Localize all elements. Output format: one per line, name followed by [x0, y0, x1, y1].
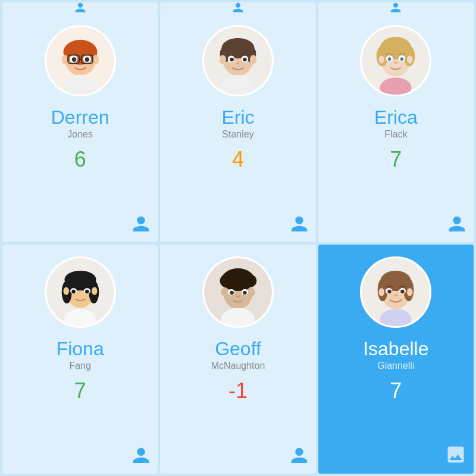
last-name-fiona: Fang — [69, 361, 90, 371]
svg-point-22 — [230, 58, 234, 62]
svg-point-64 — [230, 291, 234, 295]
svg-point-34 — [388, 57, 392, 61]
person-icon-svg-erica — [447, 215, 466, 234]
photo-icon-isabelle — [445, 444, 466, 465]
avatar-image-eric — [204, 27, 272, 95]
first-name-erica: Erica — [374, 107, 418, 128]
first-name-isabelle: Isabelle — [363, 339, 428, 359]
person-icon-geoff — [290, 446, 309, 468]
score-eric: 4 — [232, 147, 244, 172]
svg-point-8 — [84, 57, 89, 62]
avatar-image-isabelle — [362, 258, 430, 326]
avatar-geoff — [202, 256, 274, 328]
svg-point-58 — [226, 278, 237, 290]
score-fiona: 7 — [74, 378, 86, 403]
svg-point-60 — [221, 288, 227, 296]
avatar-derren — [45, 25, 116, 96]
svg-point-65 — [243, 291, 247, 295]
avatar-image-derren — [46, 27, 114, 95]
card-geoff[interactable]: Geoff McNaughton -1 — [160, 245, 315, 474]
person-icon-erica — [447, 215, 466, 236]
svg-point-31 — [407, 55, 413, 63]
avatar-image-erica — [362, 27, 430, 95]
last-name-geoff: McNaughton — [211, 361, 265, 371]
card-fiona[interactable]: Fiona Fang 7 — [2, 245, 158, 474]
person-icon-derren — [131, 215, 151, 236]
person-icon-svg-derren — [131, 215, 151, 234]
first-name-eric: Eric — [221, 107, 254, 128]
svg-point-77 — [400, 290, 405, 294]
svg-point-72 — [379, 288, 385, 296]
person-icon-svg-fiona — [131, 446, 151, 465]
person-icon-svg-geoff — [290, 446, 309, 465]
last-name-erica: Flack — [384, 129, 407, 140]
card-derren[interactable]: Derren Jones 6 — [2, 13, 158, 242]
svg-point-45 — [92, 287, 98, 295]
score-erica: 7 — [390, 147, 402, 172]
svg-point-76 — [388, 290, 392, 294]
avatar-image-fiona — [46, 258, 114, 326]
avatar-fiona — [45, 256, 116, 328]
first-name-geoff: Geoff — [215, 339, 261, 359]
svg-point-7 — [71, 57, 76, 62]
person-icon-fiona — [131, 446, 151, 468]
person-icon-isabelle — [445, 444, 466, 468]
card-erica[interactable]: Erica Flack 7 — [318, 13, 474, 242]
avatar-image-geoff — [204, 258, 272, 326]
svg-point-18 — [220, 55, 226, 64]
person-icon-svg-eric — [290, 215, 309, 234]
avatar-isabelle — [360, 256, 431, 328]
card-isabelle[interactable]: Isabelle Giannelli 7 — [318, 245, 474, 474]
page-wrapper: Derren Jones 6 — [0, 0, 476, 476]
last-name-derren: Jones — [67, 129, 93, 140]
first-name-derren: Derren — [51, 107, 109, 128]
score-isabelle: 7 — [390, 378, 402, 403]
avatar-eric — [202, 25, 274, 96]
last-name-eric: Stanley — [222, 129, 253, 140]
card-eric[interactable]: Eric Stanley 4 — [160, 13, 315, 242]
avatar-erica — [360, 25, 431, 96]
svg-point-49 — [85, 290, 89, 294]
svg-point-19 — [250, 55, 256, 64]
svg-point-59 — [239, 278, 250, 290]
svg-point-35 — [400, 57, 404, 61]
main-grid: Derren Jones 6 — [0, 11, 476, 476]
last-name-isabelle: Giannelli — [377, 361, 414, 371]
svg-point-44 — [63, 287, 69, 295]
person-icon-eric — [290, 215, 309, 236]
svg-point-30 — [379, 55, 385, 63]
svg-point-73 — [407, 288, 413, 296]
score-derren: 6 — [74, 147, 86, 172]
svg-point-48 — [71, 290, 76, 294]
first-name-fiona: Fiona — [57, 339, 104, 359]
svg-point-23 — [243, 58, 247, 62]
score-geoff: -1 — [228, 378, 248, 403]
svg-point-61 — [249, 288, 255, 296]
